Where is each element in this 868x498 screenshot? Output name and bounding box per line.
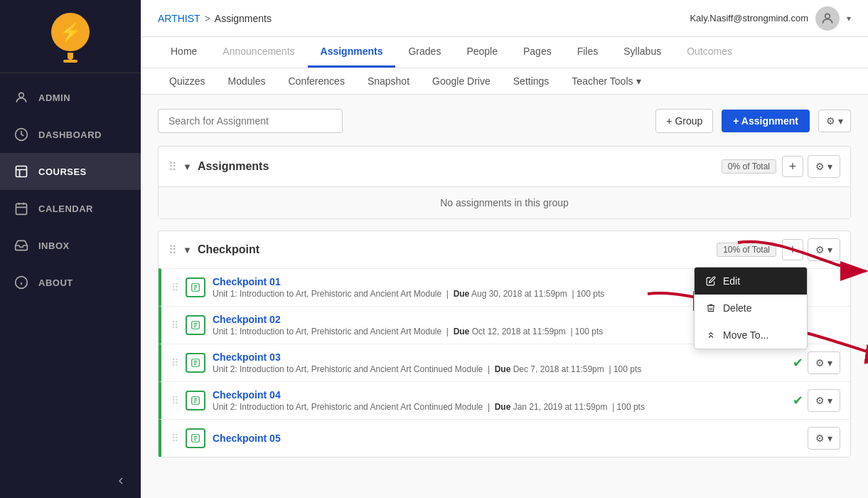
drag-handle-icon[interactable]: ⠿: [171, 433, 178, 444]
add-group-button[interactable]: + Group: [655, 109, 713, 133]
assignments-group-title: Assignments: [198, 160, 716, 173]
tab-snapshot[interactable]: Snapshot: [356, 68, 421, 94]
published-check-icon: ✔: [793, 393, 803, 408]
gear-chevron-icon: ▾: [827, 357, 832, 369]
tab-people[interactable]: People: [454, 37, 510, 68]
assignment-icon: [186, 391, 205, 410]
assignment-icon: [186, 353, 205, 373]
assignment-icon: [186, 315, 205, 335]
pencil-icon: [706, 276, 716, 286]
drag-handle-icon[interactable]: ⠿: [171, 357, 178, 369]
drag-handle-icon[interactable]: ⠿: [171, 395, 178, 406]
assignments-gear-button[interactable]: ⚙ ▾: [808, 155, 840, 178]
sidebar-item-label: ABOUT: [38, 277, 73, 288]
courses-icon: [14, 164, 28, 179]
teacher-tools-menu[interactable]: Teacher Tools ▾: [560, 68, 652, 94]
assignment-row-actions: ✔ ⚙ ▾: [793, 389, 840, 412]
assignment-title[interactable]: Checkpoint 04: [213, 389, 786, 401]
table-row: ⠿ Checkpoint 04 Unit 2: Introduction to …: [159, 381, 850, 419]
context-menu-edit[interactable]: Edit: [695, 267, 807, 295]
tab-announcements[interactable]: Announcements: [210, 37, 307, 68]
drag-handle-icon[interactable]: ⠿: [168, 243, 177, 257]
tab-outcomes[interactable]: Outcomes: [674, 37, 745, 68]
assignment-title[interactable]: Checkpoint 03: [213, 351, 786, 363]
assignments-add-button[interactable]: +: [782, 156, 803, 177]
svg-point-7: [825, 14, 830, 18]
breadcrumb-link[interactable]: ARTHIST: [158, 13, 200, 24]
published-check-icon: ✔: [793, 355, 803, 371]
row-gear-button[interactable]: ⚙ ▾: [808, 351, 840, 374]
drag-handle-icon[interactable]: ⠿: [171, 319, 178, 331]
inbox-icon: [14, 238, 28, 253]
logo-icon: ⚡: [51, 13, 90, 51]
svg-point-0: [19, 92, 24, 97]
tab-grades[interactable]: Grades: [395, 37, 454, 68]
sidebar-item-calendar[interactable]: CALENDAR: [0, 190, 141, 227]
sidebar: ⚡ ADMIN DASHBOARD COURSES CALENDAR INBOX: [0, 0, 141, 498]
tab-google-drive[interactable]: Google Drive: [421, 68, 502, 94]
tab-syllabus[interactable]: Syllabus: [611, 37, 674, 68]
user-menu-chevron-icon[interactable]: ▾: [847, 14, 851, 23]
row-gear-button[interactable]: ⚙ ▾: [808, 389, 840, 412]
group-toggle-icon[interactable]: ▼: [183, 161, 192, 172]
tab-conferences[interactable]: Conferences: [277, 68, 356, 94]
sidebar-item-label: ADMIN: [38, 92, 70, 103]
assignment-content: Checkpoint 03 Unit 2: Introduction to Ar…: [213, 351, 786, 374]
teacher-tools-label: Teacher Tools: [572, 75, 633, 87]
trash-icon: [706, 303, 716, 313]
context-menu-delete-label: Delete: [723, 302, 751, 314]
tab-modules[interactable]: Modules: [217, 68, 277, 94]
breadcrumb-separator: >: [205, 13, 210, 24]
tab-home[interactable]: Home: [158, 37, 210, 68]
sidebar-item-label: DASHBOARD: [38, 129, 102, 140]
sidebar-item-dashboard[interactable]: DASHBOARD: [0, 116, 141, 153]
context-menu-move-label: Move To...: [723, 329, 768, 341]
drag-handle-icon[interactable]: ⠿: [168, 160, 177, 174]
tab-quizzes[interactable]: Quizzes: [158, 68, 217, 94]
breadcrumb-current: Assignments: [215, 13, 272, 24]
gear-chevron-icon: ▾: [827, 433, 832, 444]
gear-chevron-icon: ▾: [838, 115, 843, 127]
context-menu-delete[interactable]: Delete: [695, 295, 807, 322]
tab-assignments[interactable]: Assignments: [308, 37, 396, 68]
teacher-tools-chevron-icon: ▾: [636, 75, 641, 87]
global-gear-button[interactable]: ⚙ ▾: [818, 110, 851, 132]
avatar[interactable]: [815, 6, 840, 31]
search-input[interactable]: [158, 109, 343, 133]
checkpoint-add-button[interactable]: +: [782, 239, 803, 260]
checkpoint-gear-button[interactable]: ⚙ ▾: [808, 238, 840, 261]
gear-chevron-icon: ▾: [827, 161, 832, 172]
toolbar: + Group + Assignment ⚙ ▾: [158, 109, 851, 133]
assignment-content: Checkpoint 05: [213, 433, 800, 444]
gear-icon: ⚙: [815, 357, 825, 369]
person-icon: [14, 90, 28, 105]
sidebar-collapse-button[interactable]: [0, 464, 141, 498]
assignment-title[interactable]: Checkpoint 05: [213, 433, 800, 444]
sidebar-item-inbox[interactable]: INBOX: [0, 227, 141, 264]
tab-pages[interactable]: Pages: [510, 37, 564, 68]
assignment-icon: [186, 428, 205, 448]
dashboard-icon: [14, 127, 28, 142]
sidebar-item-label: CALENDAR: [38, 203, 93, 214]
topbar: ARTHIST > Assignments Kaly.Nasiff@strong…: [141, 0, 868, 37]
sidebar-item-admin[interactable]: ADMIN: [0, 79, 141, 116]
assignments-group: ⠿ ▼ Assignments 0% of Total + ⚙ ▾ No ass…: [158, 146, 851, 219]
gear-chevron-icon: ▾: [827, 244, 832, 255]
context-menu-move[interactable]: Move To...: [695, 322, 807, 349]
gear-chevron-icon: ▾: [827, 395, 832, 406]
sidebar-item-about[interactable]: ABOUT: [0, 264, 141, 301]
main-content: ARTHIST > Assignments Kaly.Nasiff@strong…: [141, 0, 868, 498]
row-gear-button[interactable]: ⚙ ▾: [808, 427, 840, 450]
sidebar-item-courses[interactable]: COURSES: [0, 153, 141, 190]
assignment-subtitle: Unit 2: Introduction to Art, Prehistoric…: [213, 364, 786, 374]
nav-tabs-row2: Quizzes Modules Conferences Snapshot Goo…: [141, 68, 868, 95]
nav-tabs-row: Home Announcements Assignments Grades Pe…: [141, 37, 868, 68]
assignments-group-header: ⠿ ▼ Assignments 0% of Total + ⚙ ▾: [159, 147, 850, 187]
checkpoint-toggle-icon[interactable]: ▼: [183, 245, 192, 255]
tab-settings[interactable]: Settings: [502, 68, 561, 94]
drag-handle-icon[interactable]: ⠿: [171, 282, 178, 293]
content-area: + Group + Assignment ⚙ ▾ ⠿ ▼ Assignments…: [141, 95, 868, 498]
tab-files[interactable]: Files: [564, 37, 611, 68]
about-icon: [14, 275, 28, 290]
add-assignment-button[interactable]: + Assignment: [722, 110, 810, 132]
